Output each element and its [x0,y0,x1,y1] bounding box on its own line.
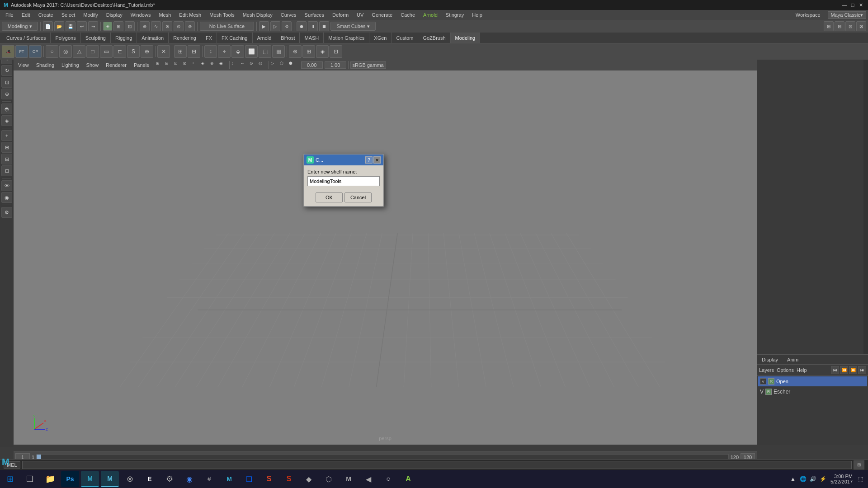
taskbar-calculator[interactable]: # [200,471,218,487]
show-menu[interactable]: Show [84,61,102,69]
shelf-tab-curves-surfaces[interactable]: Curves / Surfaces [2,33,51,43]
taskbar-substance[interactable]: S [260,471,278,487]
layer-vis-open[interactable]: V [760,378,766,385]
dialog-ok-button[interactable]: OK [316,192,343,202]
snap-to-live[interactable]: ⊚ [185,21,195,31]
layout-tool1[interactable]: ⊞ [1,142,12,153]
rotate-tool[interactable]: ↻ [1,65,12,76]
tray-audio[interactable]: 🔊 [809,475,817,483]
menu-file[interactable]: File [2,11,17,19]
taskbar-substance2[interactable]: S [280,471,298,487]
playback2[interactable]: ⏹ [319,21,329,31]
task-view-button[interactable]: ❑ [20,470,40,488]
menu-surfaces[interactable]: Surfaces [301,11,328,19]
snap-to-surface[interactable]: ⊙ [174,21,184,31]
tab-anim[interactable]: Anim [783,356,803,363]
shelf-cone-icon[interactable]: △ [73,45,85,58]
layout-tool3[interactable]: ⊡ [1,165,12,176]
vp-icon-13[interactable]: ▷ [271,61,279,69]
layer-nav-prev[interactable]: ⏪ [840,366,848,374]
shelf-torus-icon[interactable]: ◎ [59,45,72,58]
menu-curves[interactable]: Curves [277,11,300,19]
menu-arnold[interactable]: Arnold [420,11,441,19]
shelf-tab-arnold[interactable]: Arnold [253,33,277,43]
shelf-tab-rendering[interactable]: Rendering [169,33,201,43]
panels-menu[interactable]: Panels [131,61,152,69]
render-scene[interactable]: ▶ [259,21,269,31]
layer-vis-escher[interactable]: V [760,389,764,395]
sculpt-tool[interactable]: ◈ [1,115,12,126]
mel-input[interactable] [22,461,852,469]
select-by-component[interactable]: ◈ [103,22,112,31]
vp-icon-14[interactable]: ⬡ [280,61,288,69]
playback1[interactable]: ⏸ [308,21,318,31]
vp-icon-15[interactable]: ⬢ [289,61,297,69]
shelf-move-icon[interactable]: ↕ [204,45,217,58]
shelf-tab-fx-caching[interactable]: FX Caching [217,33,252,43]
menu-create[interactable]: Create [35,11,57,19]
taskbar-chrome[interactable]: ◉ [180,471,198,487]
tray-expand[interactable]: ▲ [789,475,797,483]
layout-tool2[interactable]: ⊟ [1,154,12,164]
playblast[interactable]: ⏺ [297,21,307,31]
shelf-helix-icon[interactable]: S [127,45,140,58]
shelf-sphere-icon[interactable]: ○ [46,45,58,58]
taskbar-app9[interactable]: A [399,471,417,487]
tray-battery[interactable]: ⚡ [819,475,827,483]
cached-playback-dropdown[interactable]: Smart Cubes ▾ [330,22,376,31]
taskbar-dropbox[interactable]: ❑ [240,471,258,487]
layer-nav-next-next[interactable]: ⏭ [858,366,866,374]
shelf-pipe-icon[interactable]: ⊏ [113,45,126,58]
no-live-surface-btn[interactable]: No Live Surface [200,22,254,31]
channel-box-scrollbar[interactable] [863,32,868,354]
layer-item-escher[interactable]: V R Escher [758,387,867,397]
select-by-hierarchy[interactable]: ⊞ [113,21,123,31]
vp-icon-12[interactable]: ◎ [259,61,267,69]
shelf-name-input[interactable] [307,176,380,186]
modeling-dropdown[interactable]: Modeling ▾ [2,22,38,31]
paint-select[interactable]: ⊡ [125,21,135,31]
layer-nav-prev-prev[interactable]: ⏮ [831,366,839,374]
menu-mesh[interactable]: Mesh [155,11,175,19]
shelf-plane-icon[interactable]: ▭ [100,45,113,58]
open-btn[interactable]: 📂 [54,21,64,31]
close-button[interactable]: ✕ [857,1,864,9]
field-value1[interactable]: 0.00 [301,61,323,69]
shelf-wire-icon[interactable]: ⬙ [231,45,244,58]
vp-icon-5[interactable]: + [192,61,200,69]
scale-tool[interactable]: ⊡ [1,77,12,88]
vp-icon-3[interactable]: ⊡ [174,61,182,69]
menu-generate[interactable]: Generate [368,11,396,19]
save-btn[interactable]: 💾 [66,21,75,31]
shelf-ft-icon[interactable]: FT [15,45,28,58]
shelf-tab-xgen[interactable]: XGen [369,33,392,43]
workspace-profile[interactable]: Maya Classic▾ [828,11,866,19]
show-hide-tool[interactable]: 👁 [1,180,12,191]
tb-icon4[interactable]: ⊠ [856,21,866,31]
shelf-edge-icon[interactable]: ⬚ [259,45,271,58]
menu-windows[interactable]: Windows [127,11,155,19]
lighting-menu[interactable]: Lighting [59,61,82,69]
menu-cache[interactable]: Cache [397,11,419,19]
menu-stingray[interactable]: Stingray [442,11,467,19]
shelf-tab-custom[interactable]: Custom [392,33,419,43]
shelf-tab-gozbrush[interactable]: GoZBrush [418,33,450,43]
menu-select[interactable]: Select [58,11,79,19]
render-settings[interactable]: ⚙ [282,21,292,31]
taskbar-maya1[interactable]: M [81,471,99,487]
menu-help[interactable]: Help [468,11,486,19]
shelf-delete-icon[interactable]: ✕ [157,45,170,58]
vp-icon-1[interactable]: ⊞ [156,61,164,69]
menu-display[interactable]: Display [103,11,126,19]
vp-icon-4[interactable]: ⊠ [183,61,191,69]
minimize-button[interactable]: — [841,1,848,9]
shelf-snap-icon[interactable]: ⌖ [218,45,231,58]
menu-uv[interactable]: UV [353,11,367,19]
shelf-toggle-icon[interactable]: ⬜ [245,45,258,58]
viewport[interactable]: persp X Y Z [14,70,757,445]
shelf-bevel-icon[interactable]: ◈ [316,45,329,58]
new-scene-btn[interactable]: 📄 [43,21,53,31]
shelf-tab-bifrost[interactable]: Bifrost [276,33,300,43]
field-value2[interactable]: 1.00 [325,61,346,69]
taskbar-app5[interactable]: ⊗ [121,471,139,487]
